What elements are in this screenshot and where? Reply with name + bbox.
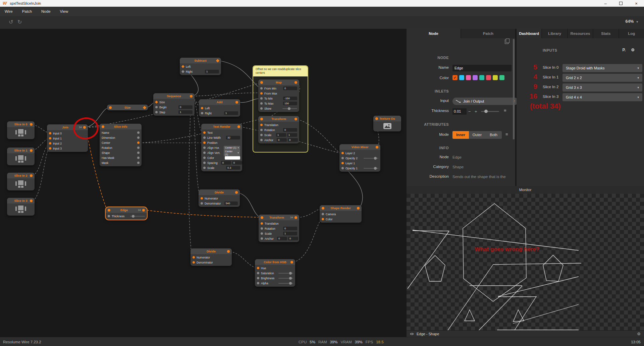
port[interactable] xyxy=(203,152,206,154)
undo-icon[interactable]: ↺ xyxy=(9,19,13,25)
thickness-input[interactable]: 0.01 xyxy=(452,108,467,115)
connected-port[interactable] xyxy=(137,141,140,144)
slider-knob[interactable] xyxy=(288,107,290,110)
connected-port[interactable] xyxy=(203,131,206,134)
outlet-port[interactable] xyxy=(216,59,219,62)
outlet-port[interactable] xyxy=(294,118,297,120)
gear-icon[interactable]: ⚙ xyxy=(637,332,641,336)
node-size[interactable]: Size xyxy=(107,105,148,110)
value-field[interactable]: 1 xyxy=(178,110,193,114)
node-slice-info[interactable]: Slice InfoNameDimensionCenterRotationSha… xyxy=(100,124,142,166)
connected-port[interactable] xyxy=(193,256,195,258)
port[interactable] xyxy=(261,227,263,230)
inlet-port[interactable] xyxy=(260,118,263,120)
value-slider[interactable] xyxy=(130,215,145,218)
inlet-port[interactable] xyxy=(260,81,263,84)
connected-port[interactable] xyxy=(260,124,263,126)
wire[interactable] xyxy=(193,93,260,96)
connected-port[interactable] xyxy=(49,132,51,134)
menu-item-node[interactable]: Node xyxy=(37,7,55,16)
port[interactable] xyxy=(341,157,344,159)
color-swatch[interactable] xyxy=(466,75,471,80)
outlet-port[interactable] xyxy=(376,146,378,149)
inlet-port[interactable] xyxy=(322,207,324,210)
node-divide-2[interactable]: DivideNumeratorDenominator xyxy=(191,248,232,266)
wire[interactable] xyxy=(33,148,49,201)
value-slider[interactable] xyxy=(278,282,293,285)
node-sequence[interactable]: SequenceSizeBegin0Step1 xyxy=(153,93,195,116)
value-field[interactable]: 1 xyxy=(287,133,297,137)
connected-port[interactable] xyxy=(49,147,51,150)
node-video-mixer[interactable]: Video MixerLayer 2Opacity 2Layer 1Opacit… xyxy=(339,144,380,172)
input-connection-pill[interactable]: Join / Output × xyxy=(452,98,518,105)
value-select[interactable]: Center (1)▾ xyxy=(224,146,240,150)
value-field[interactable]: 1 xyxy=(276,133,286,137)
node-transform-1[interactable]: TransformTranslationRotation0Scale11Anch… xyxy=(258,116,299,143)
zoom-level-control[interactable]: 64%▾ xyxy=(625,19,638,24)
port[interactable] xyxy=(137,136,140,139)
node-slice-in-1[interactable]: Slice In 1 xyxy=(7,148,35,165)
port[interactable] xyxy=(137,162,140,164)
connected-port[interactable] xyxy=(201,197,203,199)
value-slider[interactable] xyxy=(278,272,293,275)
connected-port[interactable] xyxy=(193,261,195,264)
color-swatch[interactable] xyxy=(473,75,478,80)
inlet-port[interactable] xyxy=(375,117,378,120)
value-select[interactable]: Center (1)▾ xyxy=(224,150,240,156)
inlet-port[interactable] xyxy=(108,209,110,212)
node-slice-in-2[interactable]: Slice In 2 xyxy=(7,173,35,190)
port[interactable] xyxy=(108,215,110,217)
value-field[interactable]: 0 xyxy=(221,161,231,165)
mode-button-both[interactable]: Both xyxy=(485,131,502,139)
slider-knob[interactable] xyxy=(289,272,292,275)
slider-knob[interactable] xyxy=(289,277,292,280)
port[interactable] xyxy=(260,87,263,90)
value-field[interactable]: 0 xyxy=(288,138,298,142)
menu-item-patch[interactable]: Patch xyxy=(17,7,37,16)
tab-patch[interactable]: Patch xyxy=(461,29,515,38)
node-add[interactable]: AddLeftRight1 xyxy=(199,99,240,117)
outlet-port[interactable] xyxy=(294,81,297,84)
tab-node[interactable]: Node xyxy=(407,29,461,38)
port[interactable] xyxy=(203,162,206,164)
color-swatch[interactable]: ✓ xyxy=(452,75,458,80)
port[interactable] xyxy=(261,237,263,240)
value-field[interactable]: 0 xyxy=(283,86,297,90)
minimize-button[interactable]: – xyxy=(598,0,613,7)
color-swatch[interactable] xyxy=(486,75,491,80)
node-slice-in-0[interactable]: Slice In 0 xyxy=(7,121,35,139)
port[interactable] xyxy=(257,277,259,279)
maximize-button[interactable] xyxy=(613,0,629,7)
value-field[interactable]: 1 xyxy=(283,232,297,235)
value-field[interactable]: 1 xyxy=(224,111,238,115)
thickness-menu-icon[interactable]: ≡ xyxy=(504,108,506,113)
thickness-increment-button[interactable]: + xyxy=(475,108,477,115)
port[interactable] xyxy=(260,139,263,141)
port[interactable] xyxy=(322,213,324,215)
inlet-port[interactable] xyxy=(109,106,112,109)
outlet-port[interactable] xyxy=(357,207,360,210)
value-field[interactable]: 0 xyxy=(232,161,242,165)
port[interactable] xyxy=(137,147,140,149)
port[interactable] xyxy=(203,167,206,169)
tab-library[interactable]: Library xyxy=(542,29,567,38)
value-field[interactable]: 0.3 xyxy=(226,166,240,170)
tab-dashboard[interactable]: Dashboard xyxy=(517,29,541,38)
wire[interactable] xyxy=(147,210,260,217)
port[interactable] xyxy=(257,272,259,274)
outlet-port[interactable] xyxy=(142,209,145,212)
value-slider[interactable] xyxy=(278,277,293,280)
inspector-scrollbar[interactable] xyxy=(513,39,515,139)
close-button[interactable]: × xyxy=(629,0,644,7)
tab-resources[interactable]: Resources xyxy=(568,29,593,38)
connected-port[interactable] xyxy=(203,141,206,144)
value-field[interactable]: 150 xyxy=(283,102,297,105)
outlet-port[interactable] xyxy=(227,250,230,253)
value-field[interactable]: -150 xyxy=(283,97,297,100)
port[interactable] xyxy=(260,134,263,136)
port[interactable] xyxy=(137,152,140,154)
port[interactable] xyxy=(203,147,206,149)
value-field[interactable]: 0 xyxy=(283,128,297,132)
menu-item-wire[interactable]: Wire xyxy=(0,7,17,16)
node-transform-2[interactable]: Transform34TranslationRotation0Scale1Anc… xyxy=(259,215,299,242)
